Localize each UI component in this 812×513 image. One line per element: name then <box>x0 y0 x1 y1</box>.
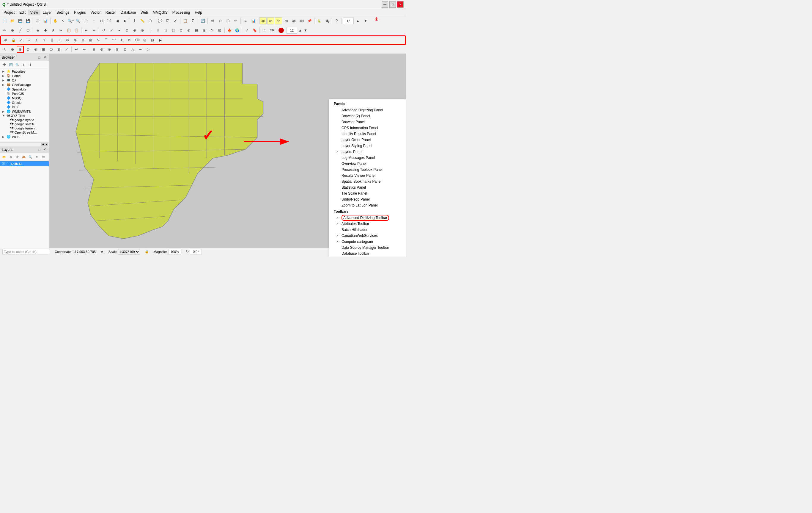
stat-summary-btn[interactable]: Σ <box>189 17 197 24</box>
red-circle-btn[interactable] <box>279 28 284 33</box>
layer-rural-checkbox[interactable]: ☑ <box>2 162 5 166</box>
menu-layer-styling-panel[interactable]: Layer Styling Panel <box>329 143 406 149</box>
browser-db2[interactable]: 🔷 DB2 <box>0 105 49 109</box>
browser-google-terrain[interactable]: 🗺 google terrain... <box>0 126 49 130</box>
menu-log-panel[interactable]: Log Messages Panel <box>329 155 406 161</box>
add-part-btn[interactable]: ⊕ <box>131 27 138 34</box>
menu-canadian-web[interactable]: ✓ CanadianWebServices <box>329 233 406 239</box>
bookmark-btn[interactable]: 🔖 <box>251 27 258 34</box>
browser-scroll-right[interactable]: ▶ <box>45 143 48 146</box>
menu-data-source-toolbar[interactable]: Data Source Manager Toolbar <box>329 245 406 250</box>
digitize-btn[interactable]: ✏ <box>1 27 8 34</box>
adt-arrow-btn[interactable]: ▶ <box>157 36 164 44</box>
zoom-in-btn[interactable]: 🔍+ <box>67 17 74 24</box>
zoom-layer-btn[interactable]: ⊞ <box>90 17 97 24</box>
menu-advanced-digitizing-panel[interactable]: Advanced Digitizing Panel <box>329 107 406 113</box>
reshape-btn[interactable]: ⌇ <box>147 27 154 34</box>
r4-btn15[interactable]: ⊞ <box>114 46 121 53</box>
layers-add-group-btn[interactable]: ⊕ <box>8 154 14 160</box>
adt-lock-btn[interactable]: 🔒 <box>10 36 17 44</box>
attr-table-btn[interactable]: ≡ <box>242 17 249 24</box>
menu-compute-cartogram[interactable]: ✓ Compute cartogram <box>329 239 406 245</box>
plugin-manager-btn[interactable]: 🔌 <box>323 17 330 24</box>
fill-ring-btn[interactable]: ⊙ <box>139 27 146 34</box>
num-up-btn[interactable]: ▲ <box>298 27 302 34</box>
browser-c-drive[interactable]: ▶ 💻 C:\ <box>0 78 49 82</box>
browser-geopackage[interactable]: ▶ 📦 GeoPackage <box>0 82 49 87</box>
print-btn[interactable]: 🖨 <box>34 17 41 24</box>
edit-node-btn[interactable]: ◈ <box>34 27 41 34</box>
r4-btn19[interactable]: ▷ <box>144 46 152 53</box>
font-size-up[interactable]: ▲ <box>354 17 361 24</box>
maximize-button[interactable]: □ <box>389 1 396 8</box>
r4-btn5[interactable]: ⊗ <box>32 46 39 53</box>
stl-btn[interactable]: STL <box>269 27 276 34</box>
menu-layers-panel[interactable]: ✓ Layers Panel <box>329 149 406 155</box>
del-part-btn[interactable]: ⊗ <box>185 27 192 34</box>
cut-features-btn[interactable]: ✂ <box>57 27 64 34</box>
minimize-button[interactable]: — <box>382 1 388 8</box>
menu-undo-redo-panel[interactable]: Undo/Redo Panel <box>329 196 406 202</box>
browser-collapse-btn[interactable]: ⬆ <box>21 62 27 68</box>
menu-processing-panel[interactable]: Processing Toolbox Panel <box>329 167 406 172</box>
browser-mssql[interactable]: 🔷 MSSQL <box>0 96 49 100</box>
measure-area-btn[interactable]: ⬡ <box>147 17 154 24</box>
add-line-btn[interactable]: ╱ <box>17 27 24 34</box>
menu-batch-hillshader[interactable]: Batch Hillshader <box>329 227 406 233</box>
browser-google-satellite[interactable]: 🗺 google satelli... <box>0 122 49 126</box>
menu-project[interactable]: Project <box>1 10 17 15</box>
browser-spatialite[interactable]: 🔷 SpatiaLite <box>0 87 49 91</box>
menu-tile-scale-panel[interactable]: Tile Scale Panel <box>329 190 406 196</box>
r4-btn14[interactable]: ⊗ <box>106 46 113 53</box>
browser-add-btn[interactable]: ➕ <box>1 62 7 68</box>
menu-attributes-toolbar[interactable]: ✓ Attributes Toolbar <box>329 221 406 227</box>
offset-point-btn[interactable]: ⊡ <box>216 27 223 34</box>
adt-x-btn[interactable]: X <box>33 36 40 44</box>
r4-btn12[interactable]: ⊕ <box>90 46 97 53</box>
split-parts-btn[interactable]: ⌸ <box>170 27 177 34</box>
menu-statistics-panel[interactable]: Statistics Panel <box>329 185 406 190</box>
menu-view[interactable]: View <box>28 10 40 15</box>
add-point-btn[interactable]: ⊕ <box>9 27 16 34</box>
adt-enable-btn[interactable]: ⊕ <box>2 36 9 44</box>
close-button[interactable]: ✕ <box>397 1 404 8</box>
browser-wmswmts[interactable]: ▶ 🌐 WMS/WMTS <box>0 109 49 114</box>
navigate-btn[interactable]: ↗ <box>243 27 251 34</box>
r4-btn18[interactable]: ⊸ <box>137 46 144 53</box>
menu-layer-order-panel[interactable]: Layer Order Panel <box>329 137 406 143</box>
r4-btn8[interactable]: ⊟ <box>55 46 62 53</box>
del-ring-btn[interactable]: ⊘ <box>177 27 184 34</box>
num-down-btn[interactable]: ▼ <box>303 27 308 34</box>
split-features-btn[interactable]: ⌸ <box>162 27 169 34</box>
offset-curve-btn[interactable]: ⫴ <box>154 27 162 34</box>
adt-angle-btn[interactable]: ∠ <box>18 36 25 44</box>
menu-zoom-latlon-panel[interactable]: Zoom to Lat Lon Panel <box>329 202 406 208</box>
menu-plugins[interactable]: Plugins <box>71 10 88 15</box>
zoom-out-btn[interactable]: 🔍- <box>75 17 82 24</box>
r4-btn6[interactable]: ⊞ <box>40 46 47 53</box>
browser-osm[interactable]: 🗺 OpenStreetM... <box>0 130 49 135</box>
merge-sel-btn[interactable]: ⊞ <box>193 27 200 34</box>
menu-results-panel[interactable]: Results Viewer Panel <box>329 172 406 179</box>
r4-btn17[interactable]: △ <box>129 46 136 53</box>
menu-browser-panel[interactable]: Browser Panel <box>329 119 406 125</box>
label5-btn[interactable]: ab <box>290 17 297 24</box>
menu-database-toolbar[interactable]: Database Toolbar <box>329 250 406 256</box>
zoom-select-btn[interactable]: ⊟ <box>98 17 105 24</box>
coord-marker-btn[interactable]: # <box>261 27 268 34</box>
browser-float-btn[interactable]: □ <box>37 55 41 60</box>
browser-filter-btn[interactable]: 🔍 <box>14 62 20 68</box>
adt-snap1-btn[interactable]: ⊙ <box>64 36 71 44</box>
geo-btn[interactable]: 🌍 <box>234 27 241 34</box>
browser-oracle[interactable]: 🔷 Oracle <box>0 100 49 105</box>
menu-vector[interactable]: Vector <box>88 10 103 15</box>
menu-mmqgis[interactable]: MMQGIS <box>150 10 170 15</box>
measure-btn[interactable]: 📏 <box>139 17 146 24</box>
help-contents-btn[interactable]: ? <box>333 17 340 24</box>
layers-remove-btn[interactable]: ➖ <box>40 154 46 160</box>
adt-y-btn[interactable]: Y <box>41 36 48 44</box>
font-size-input[interactable] <box>343 18 354 24</box>
r4-btn9[interactable]: ⤢ <box>63 46 70 53</box>
layers-filter-btn[interactable]: 🔍 <box>27 154 33 160</box>
browser-google-hybrid[interactable]: 🗺 google hybrid <box>0 118 49 122</box>
